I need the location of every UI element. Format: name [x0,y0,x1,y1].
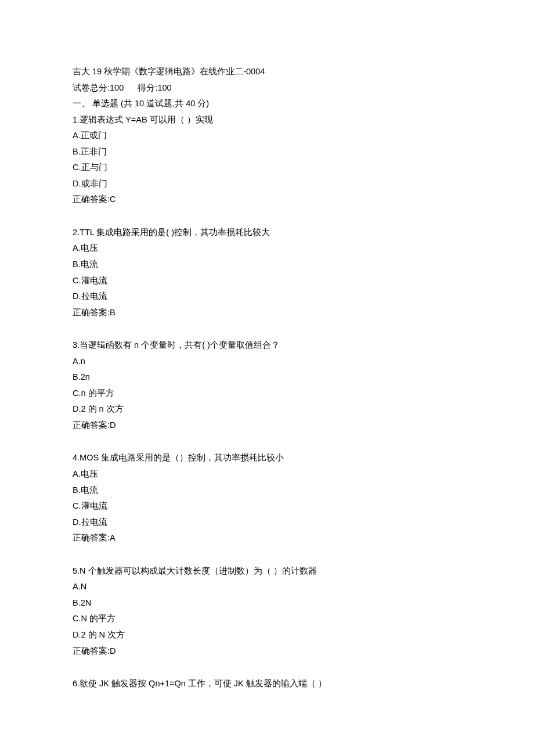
question-option: B.电流 [73,483,461,499]
document-page: 吉大 19 秋学期《数字逻辑电路》在线作业二-0004 试卷总分:100 得分:… [0,0,534,721]
block-spacer [73,659,461,676]
question-option: D.拉电流 [73,514,461,531]
block-spacer [73,208,461,225]
question-option: C.灌电流 [73,273,461,289]
question-stem: 4.MOS 集成电路采用的是（）控制，其功率损耗比较小 [73,450,461,466]
question-option: D.2 的 N 次方 [73,627,461,643]
answer-line: 正确答案:C [73,192,461,208]
document-title: 吉大 19 秋学期《数字逻辑电路》在线作业二-0004 [73,64,461,80]
question-option: B.2n [73,369,461,386]
question-option: A.N [73,579,461,595]
question-stem: 1.逻辑表达式 Y=AB 可以用（ ）实现 [73,112,461,128]
question-option: A.电压 [73,466,461,483]
question-option: C.正与门 [73,160,461,176]
question-option: A.n [73,354,461,370]
question-stem: 2.TTL 集成电路采用的是( )控制，其功率损耗比较大 [73,225,461,241]
question-block: 4.MOS 集成电路采用的是（）控制，其功率损耗比较小 A.电压 B.电流 C.… [73,450,461,546]
block-spacer [73,546,461,563]
question-option: A.电压 [73,240,461,257]
question-block: 6.欲使 JK 触发器按 Qn+1=Qn 工作，可使 JK 触发器的输入端（ ） [73,676,461,692]
question-option: A.正或门 [73,128,461,144]
question-block: 2.TTL 集成电路采用的是( )控制，其功率损耗比较大 A.电压 B.电流 C… [73,225,461,321]
question-option: D.拉电流 [73,289,461,305]
question-block: 5.N 个触发器可以构成最大计数长度（进制数）为（ ）的计数器 A.N B.2N… [73,563,461,659]
score-line: 试卷总分:100 得分:100 [73,80,461,96]
question-option: B.正非门 [73,144,461,160]
question-option: D.或非门 [73,176,461,192]
section-heading: 一、 单选题 (共 10 道试题,共 40 分) [73,96,461,112]
answer-line: 正确答案:D [73,643,461,660]
question-option: C.N 的平方 [73,611,461,627]
question-stem: 6.欲使 JK 触发器按 Qn+1=Qn 工作，可使 JK 触发器的输入端（ ） [73,676,461,692]
question-option: C.灌电流 [73,498,461,514]
answer-line: 正确答案:B [73,305,461,321]
question-block: 1.逻辑表达式 Y=AB 可以用（ ）实现 A.正或门 B.正非门 C.正与门 … [73,112,461,208]
question-stem: 5.N 个触发器可以构成最大计数长度（进制数）为（ ）的计数器 [73,563,461,579]
question-block: 3.当逻辑函数有 n 个变量时，共有( )个变量取值组合？ A.n B.2n C… [73,337,461,433]
answer-line: 正确答案:A [73,530,461,546]
question-option: D.2 的 n 次方 [73,401,461,417]
question-option: B.2N [73,595,461,611]
block-spacer [73,321,461,337]
answer-line: 正确答案:D [73,417,461,434]
question-stem: 3.当逻辑函数有 n 个变量时，共有( )个变量取值组合？ [73,337,461,354]
block-spacer [73,433,461,450]
question-option: C.n 的平方 [73,386,461,402]
question-option: B.电流 [73,257,461,273]
